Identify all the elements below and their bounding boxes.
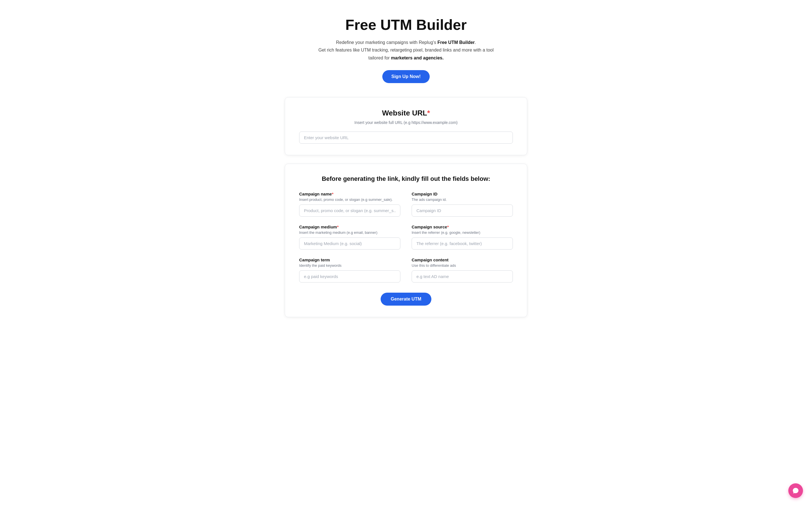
required-star: * <box>427 109 430 117</box>
hero-description: Redefine your marketing campaigns with R… <box>285 39 527 62</box>
campaign-medium-label: Campaign medium* <box>299 224 400 229</box>
campaign-name-input[interactable] <box>299 205 400 217</box>
campaign-medium-input[interactable] <box>299 237 400 249</box>
campaign-term-label: Campaign term <box>299 258 400 262</box>
campaign-term-input[interactable] <box>299 270 400 283</box>
field-campaign-medium: Campaign medium* Insert the marketing me… <box>299 224 400 249</box>
campaign-id-label: Campaign ID <box>412 191 513 196</box>
field-campaign-term: Campaign term Identify the paid keywords <box>299 258 400 283</box>
chat-bubble-button[interactable] <box>788 483 803 498</box>
hero-brand: Free UTM Builder <box>437 40 474 45</box>
generate-btn-wrap: Generate UTM <box>299 293 513 305</box>
fields-heading: Before generating the link, kindly fill … <box>299 175 513 182</box>
required-star-source: * <box>447 224 449 229</box>
field-campaign-source: Campaign source* Insert the referrer (e.… <box>412 224 513 249</box>
generate-utm-button[interactable]: Generate UTM <box>380 293 432 305</box>
page-title: Free UTM Builder <box>285 17 527 33</box>
campaign-name-label: Campaign name* <box>299 191 400 196</box>
chat-icon <box>792 487 799 494</box>
hero-desc-line3: tailored for <box>368 55 391 60</box>
campaign-content-hint: Use this to differentiate ads <box>412 263 513 268</box>
field-campaign-id: Campaign ID The ads campaign id. <box>412 191 513 217</box>
hero-section: Free UTM Builder Redefine your marketing… <box>285 17 527 83</box>
campaign-source-label: Campaign source* <box>412 224 513 229</box>
required-star-medium: * <box>337 224 339 229</box>
website-url-subtitle: Insert your website full URL (e.g https:… <box>299 120 513 125</box>
campaign-name-hint: Insert product, promo code, or slogan (e… <box>299 198 400 202</box>
campaign-source-input[interactable] <box>412 237 513 249</box>
field-campaign-content: Campaign content Use this to differentia… <box>412 258 513 283</box>
website-url-input[interactable] <box>299 131 513 144</box>
hero-desc-line1: Redefine your marketing campaigns with R… <box>336 40 438 45</box>
campaign-term-hint: Identify the paid keywords <box>299 263 400 268</box>
campaign-source-hint: Insert the referrer (e.g. google, newsle… <box>412 230 513 235</box>
website-url-card: Website URL* Insert your website full UR… <box>285 97 527 155</box>
page-wrapper: Free UTM Builder Redefine your marketing… <box>279 0 533 348</box>
hero-bold: marketers and agencies. <box>391 55 444 60</box>
field-campaign-name: Campaign name* Insert product, promo cod… <box>299 191 400 217</box>
campaign-content-label: Campaign content <box>412 258 513 262</box>
required-star-name: * <box>332 191 334 196</box>
campaign-content-input[interactable] <box>412 270 513 283</box>
campaign-id-input[interactable] <box>412 205 513 217</box>
website-url-title: Website URL* <box>299 109 513 117</box>
campaign-medium-hint: Insert the marketing medium (e.g email, … <box>299 230 400 235</box>
fields-grid: Campaign name* Insert product, promo cod… <box>299 191 513 283</box>
campaign-id-hint: The ads campaign id. <box>412 198 513 202</box>
signup-button[interactable]: Sign Up Now! <box>382 70 430 83</box>
hero-desc-line2: Get rich features like UTM tracking, ret… <box>318 48 494 52</box>
fields-card: Before generating the link, kindly fill … <box>285 164 527 317</box>
